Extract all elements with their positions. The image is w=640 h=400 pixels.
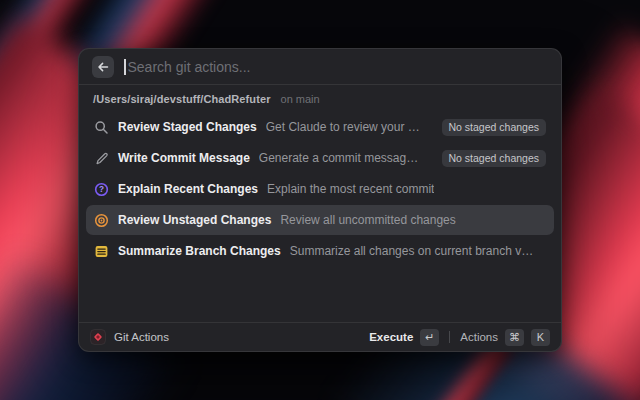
item-status-badge: No staged changes: [442, 150, 546, 167]
item-title: Review Staged Changes: [118, 120, 257, 134]
enter-keycap: ↵: [420, 329, 439, 346]
item-subtitle: Summarize all changes on current branch …: [290, 244, 537, 258]
text-caret: [124, 59, 126, 75]
footer-app-label: Git Actions: [114, 331, 169, 343]
branch-label: on main: [281, 93, 320, 105]
repo-path: /Users/siraj/devstuff/ChadRefuter: [93, 93, 271, 105]
question-circle-icon: ?: [94, 182, 109, 197]
action-list: Review Staged Changes Get Claude to revi…: [79, 107, 561, 266]
item-title: Summarize Branch Changes: [118, 244, 281, 258]
list-item[interactable]: Review Staged Changes Get Claude to revi…: [86, 112, 554, 142]
item-subtitle: Generate a commit message for staged cha…: [259, 151, 424, 165]
execute-button[interactable]: Execute: [369, 331, 413, 343]
list-item[interactable]: Review Unstaged Changes Review all uncom…: [86, 205, 554, 235]
back-button[interactable]: [92, 56, 114, 78]
list-item[interactable]: ? Explain Recent Changes Explain the mos…: [86, 174, 554, 204]
repo-section-header: /Users/siraj/devstuff/ChadRefuter on mai…: [79, 85, 561, 107]
search-bar: [79, 49, 561, 84]
item-status-badge: No staged changes: [442, 119, 546, 136]
git-actions-extension-icon: [90, 329, 106, 345]
item-title: Explain Recent Changes: [118, 182, 258, 196]
actions-menu-button[interactable]: Actions: [460, 331, 498, 343]
item-subtitle: Get Claude to review your staged changes: [266, 120, 424, 134]
cmd-keycap: ⌘: [505, 329, 524, 346]
target-icon: [94, 213, 109, 228]
footer-app: Git Actions: [90, 329, 169, 345]
empty-space: [79, 266, 561, 322]
list-icon: [94, 244, 109, 259]
footer-divider: [449, 331, 450, 343]
item-title: Review Unstaged Changes: [118, 213, 271, 227]
footer-bar: Git Actions Execute ↵ Actions ⌘ K: [79, 322, 561, 351]
item-subtitle: Review all uncommitted changes: [280, 213, 455, 227]
back-arrow-icon: [97, 61, 109, 73]
magnifier-icon: [94, 120, 109, 135]
list-item[interactable]: Summarize Branch Changes Summarize all c…: [86, 236, 554, 266]
command-palette-window: /Users/siraj/devstuff/ChadRefuter on mai…: [78, 48, 562, 352]
search-input[interactable]: [128, 59, 549, 75]
pencil-icon: [94, 151, 109, 166]
svg-text:?: ?: [99, 185, 104, 194]
item-subtitle: Explain the most recent commit: [267, 182, 434, 196]
item-title: Write Commit Message: [118, 151, 250, 165]
footer-actions-area: Execute ↵ Actions ⌘ K: [369, 329, 550, 346]
k-keycap: K: [531, 329, 550, 346]
list-item[interactable]: Write Commit Message Generate a commit m…: [86, 143, 554, 173]
